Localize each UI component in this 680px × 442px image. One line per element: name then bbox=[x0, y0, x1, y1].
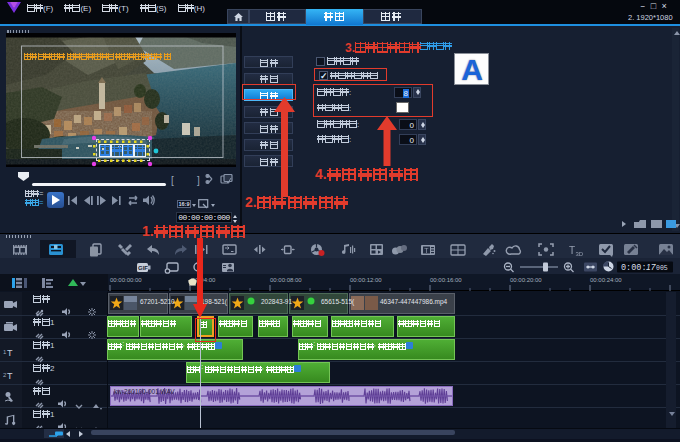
svg-text:T: T bbox=[7, 371, 13, 381]
svg-text:0:00:: 0:00: bbox=[621, 263, 647, 273]
svg-text:T: T bbox=[569, 245, 575, 256]
svg-text:T: T bbox=[7, 348, 13, 358]
svg-text:005: 005 bbox=[656, 265, 668, 272]
svg-text:GIF: GIF bbox=[138, 265, 148, 271]
svg-text:T: T bbox=[424, 247, 429, 254]
svg-text:3D: 3D bbox=[576, 251, 584, 257]
svg-text:17: 17 bbox=[646, 262, 656, 272]
